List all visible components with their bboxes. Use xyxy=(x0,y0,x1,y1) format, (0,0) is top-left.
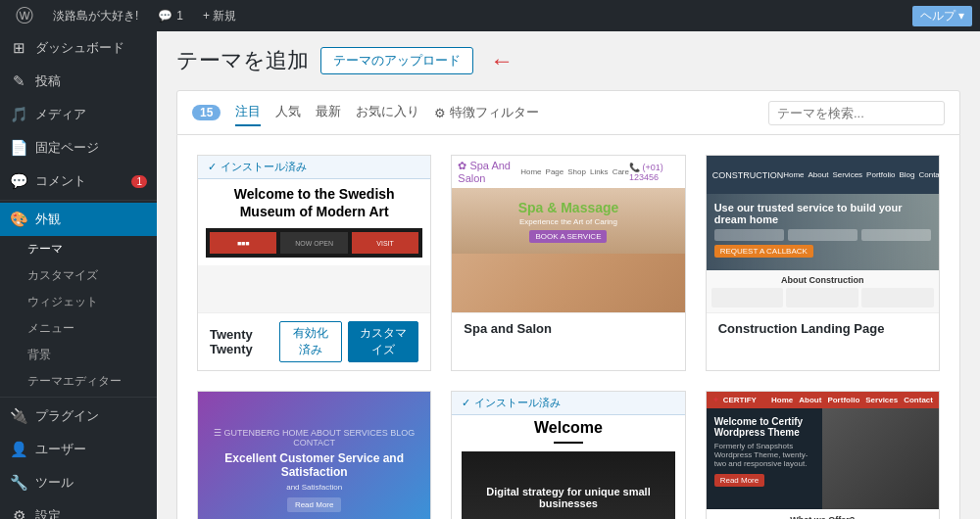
sidebar-sub-themes[interactable]: テーマ xyxy=(0,236,157,262)
comment-icon: 💬 xyxy=(158,9,172,23)
construction-cols xyxy=(711,288,934,307)
users-icon: 👤 xyxy=(10,441,27,458)
sidebar-item-tools[interactable]: 🔧 ツール xyxy=(0,466,157,499)
tab-popular[interactable]: 人気 xyxy=(275,99,301,126)
certify-read-more: Read More xyxy=(714,474,765,487)
customize-sub-label: カスタマイズ xyxy=(27,268,98,282)
theme-search-box xyxy=(768,101,945,125)
sidebar-item-users[interactable]: 👤 ユーザー xyxy=(0,433,157,466)
spa-header: ✿ Spa And Salon HomePageShopLinksCare 📞 … xyxy=(452,156,684,188)
theme-name-spa: Spa and Salon xyxy=(464,321,552,336)
theme-sub-label: テーマ xyxy=(27,242,63,256)
tab-favorites[interactable]: お気に入り xyxy=(356,99,419,126)
menus-sub-label: メニュー xyxy=(27,321,74,335)
theme-preview-welcome: ✓ インストール済み Welcome Digital strategy for … xyxy=(452,392,684,519)
sidebar-item-media[interactable]: 🎵 メディア xyxy=(0,98,157,131)
tab-latest[interactable]: 最新 xyxy=(316,99,341,126)
theme-footer-twenty-twenty: Twenty Twenty 有効化済み カスタマイズ xyxy=(198,312,430,370)
theme-card-certify[interactable]: ✦ CERTIFY HomeAboutPortfolioServicesCont… xyxy=(706,391,940,519)
customer-cta-btn: Read More xyxy=(287,497,342,512)
sidebar-item-comments[interactable]: 💬 コメント 1 xyxy=(0,165,157,198)
theme-preview-construction: CONSTRUCTION HomeAboutServicesPortfolioB… xyxy=(707,156,939,312)
welcome-divider xyxy=(554,442,583,444)
customer-preview-sub: and Satisfaction xyxy=(286,483,342,492)
welcome-preview-bg: Digital strategy for unique small busine… xyxy=(462,451,674,519)
spa-cta-btn: BOOK A SERVICE xyxy=(529,230,607,243)
check-icon: ✓ xyxy=(208,161,217,173)
site-name-button[interactable]: 淡路島が大好き! xyxy=(45,0,146,31)
wp-logo-button[interactable]: ⓦ xyxy=(8,0,41,31)
upload-theme-button[interactable]: テーマのアップロード xyxy=(320,47,473,74)
theme-name-construction: Construction Landing Page xyxy=(718,321,885,336)
theme-count-badge: 15 xyxy=(192,105,220,120)
theme-footer-construction: Construction Landing Page xyxy=(707,312,939,344)
spa-hero-sub: Experience the Art of Caring xyxy=(519,217,617,226)
theme-card-welcome[interactable]: ✓ インストール済み Welcome Digital strategy for … xyxy=(451,391,685,519)
theme-card-customer[interactable]: ☰ GUTENBERG HOME ABOUT SERVICES BLOG CON… xyxy=(197,391,431,519)
tab-featured[interactable]: 注目 xyxy=(235,99,261,126)
activate-button-twenty-twenty[interactable]: 有効化済み xyxy=(279,321,342,362)
help-button[interactable]: ヘルプ ▾ xyxy=(912,6,972,26)
theme-card-twenty-twenty[interactable]: ✓ インストール済み Welcome to the Swedish Museum… xyxy=(197,155,431,371)
dashboard-label: ダッシュボード xyxy=(35,39,124,57)
sidebar-item-posts[interactable]: ✎ 投稿 xyxy=(0,65,157,98)
dashboard-icon: ⊞ xyxy=(10,39,27,57)
content-area: テーマを追加 テーマのアップロード ← 15 注目 人気 最新 お気に入り ⚙ … xyxy=(157,31,980,519)
widgets-sub-label: ウィジェット xyxy=(27,295,98,308)
customer-preview-content: ☰ GUTENBERG HOME ABOUT SERVICES BLOG CON… xyxy=(198,392,430,519)
certify-preview-content: ✦ CERTIFY HomeAboutPortfolioServicesCont… xyxy=(707,392,939,519)
construction-hero-title: Use our trusted service to build your dr… xyxy=(714,202,931,225)
pages-icon: 📄 xyxy=(10,139,27,157)
construction-header: CONSTRUCTION HomeAboutServicesPortfolioB… xyxy=(707,156,939,194)
comments-button[interactable]: 💬 1 xyxy=(150,0,191,31)
admin-bar-right: ヘルプ ▾ xyxy=(912,6,972,26)
sidebar-item-plugins[interactable]: 🔌 プラグイン xyxy=(0,400,157,433)
comments-count: 1 xyxy=(176,9,183,23)
construction-submit: REQUEST A CALLBACK xyxy=(714,245,813,258)
spa-hero-title: Spa & Massage xyxy=(518,200,619,215)
appearance-icon: 🎨 xyxy=(10,211,27,228)
tt-banner-cell-1: ■■■ xyxy=(210,232,276,254)
sidebar-item-pages[interactable]: 📄 固定ページ xyxy=(0,131,157,165)
check-icon-welcome: ✓ xyxy=(462,397,470,409)
feature-filter-button[interactable]: ⚙ 特徴フィルター xyxy=(434,104,539,121)
arrow-indicator: ← xyxy=(490,47,514,74)
background-sub-label: 背景 xyxy=(27,348,51,361)
sidebar-sub-customize[interactable]: カスタマイズ xyxy=(0,262,157,289)
sidebar-sub-theme-editor[interactable]: テーマエディター xyxy=(0,368,157,395)
themes-grid: ✓ インストール済み Welcome to the Swedish Museum… xyxy=(176,135,960,519)
sidebar: ⊞ ダッシュボード ✎ 投稿 🎵 メディア 📄 固定ページ 💬 コメント 1 🎨… xyxy=(0,31,157,519)
sidebar-item-settings[interactable]: ⚙ 設定 xyxy=(0,499,157,519)
sidebar-item-dashboard[interactable]: ⊞ ダッシュボード xyxy=(0,31,157,65)
spa-image-strip xyxy=(452,254,684,312)
plugins-section: 🔌 プラグイン 👤 ユーザー 🔧 ツール ⚙ 設定 xyxy=(0,397,157,519)
customer-nav-bar: ☰ GUTENBERG HOME ABOUT SERVICES BLOG CON… xyxy=(206,428,422,448)
construction-hero: Use our trusted service to build your dr… xyxy=(707,194,939,270)
certify-header: ✦ CERTIFY HomeAboutPortfolioServicesCont… xyxy=(707,392,939,408)
tt-banner-cell-3: VISIT xyxy=(352,232,418,254)
certify-nav: HomeAboutPortfolioServicesContact xyxy=(771,396,933,404)
sidebar-sub-background[interactable]: 背景 xyxy=(0,342,157,368)
customize-button-twenty-twenty[interactable]: カスタマイズ xyxy=(348,321,418,362)
theme-card-spa[interactable]: ✿ Spa And Salon HomePageShopLinksCare 📞 … xyxy=(451,155,685,371)
certify-right-col xyxy=(822,408,939,509)
certify-hero-title: Welcome to Certify Wordpress Theme xyxy=(714,416,815,438)
sidebar-sub-widgets[interactable]: ウィジェット xyxy=(0,289,157,315)
construction-body: About Construction xyxy=(707,270,939,312)
installed-badge-welcome: ✓ インストール済み xyxy=(452,392,684,415)
appearance-section: 🎨 外観 テーマ カスタマイズ ウィジェット メニュー 背景 テーマエディター xyxy=(0,200,157,395)
theme-preview-customer: ☰ GUTENBERG HOME ABOUT SERVICES BLOG CON… xyxy=(198,392,430,519)
plugins-icon: 🔌 xyxy=(10,407,27,425)
sidebar-sub-menus[interactable]: メニュー xyxy=(0,315,157,342)
spa-nav: HomePageShopLinksCare xyxy=(520,167,629,176)
certify-body: Welcome to Certify Wordpress Theme Forme… xyxy=(707,408,939,509)
construction-form xyxy=(714,229,931,241)
theme-card-construction[interactable]: CONSTRUCTION HomeAboutServicesPortfolioB… xyxy=(706,155,940,371)
certify-left-col: Welcome to Certify Wordpress Theme Forme… xyxy=(707,408,823,509)
theme-search-input[interactable] xyxy=(768,101,945,125)
sidebar-item-appearance[interactable]: 🎨 外観 xyxy=(0,203,157,236)
new-content-button[interactable]: + 新規 xyxy=(195,0,244,31)
customer-preview-title: Excellent Customer Service and Satisfact… xyxy=(206,451,422,479)
theme-preview-twenty-twenty: ✓ インストール済み Welcome to the Swedish Museum… xyxy=(198,156,430,312)
tt-preview-title: Welcome to the Swedish Museum of Modern … xyxy=(206,185,422,220)
